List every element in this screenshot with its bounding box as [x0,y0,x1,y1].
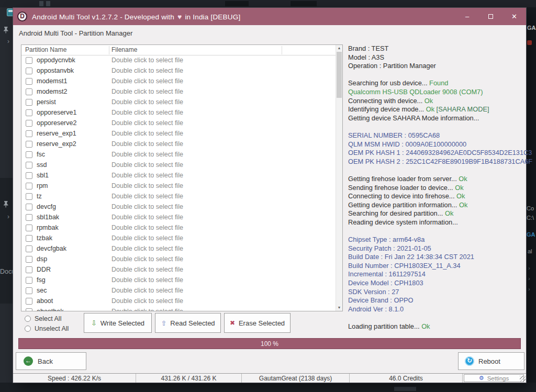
partition-checkbox[interactable] [26,277,32,284]
table-row[interactable]: abootbak Double click to select file [21,307,336,311]
table-row[interactable]: ssd Double click to select file [21,160,336,171]
table-row[interactable]: DDR Double click to select file [21,265,336,275]
background-right-panel: GA Co C:\ GA al › › › [526,7,536,383]
unselect-all-option[interactable]: Unselect All [25,323,69,333]
partition-checkbox[interactable] [26,266,32,273]
erase-selected-button[interactable]: ✖ Erase Selected [224,313,291,333]
unselect-all-radio[interactable] [25,326,31,332]
table-row[interactable]: sbl1bak Double click to select file [21,212,336,223]
filename-cell[interactable]: Double click to select file [111,203,183,210]
column-header-partition-name[interactable]: Partition Name [25,45,66,55]
filename-cell[interactable]: Double click to select file [111,172,183,179]
partition-checkbox[interactable] [26,256,32,263]
table-row[interactable]: persist Double click to select file [21,97,336,108]
partition-checkbox[interactable] [26,204,32,210]
filename-cell[interactable]: Double click to select file [111,297,183,305]
select-all-radio[interactable] [25,316,31,322]
table-scrollbar[interactable]: ▲ ▼ [336,45,342,311]
partition-checkbox[interactable] [26,68,32,74]
filename-cell[interactable]: Double click to select file [111,151,183,158]
partition-checkbox[interactable] [26,235,32,242]
table-row[interactable]: rpmbak Double click to select file [21,223,336,233]
table-row[interactable]: rpm Double click to select file [21,181,336,192]
partition-name-label: abootbak [37,308,63,311]
filename-cell[interactable]: Double click to select file [111,234,183,242]
table-row[interactable]: opporeserve2 Double click to select file [21,118,336,129]
filename-cell[interactable]: Double click to select file [111,88,183,95]
filename-cell[interactable]: Double click to select file [111,140,183,148]
scroll-up-icon[interactable]: ▲ [336,45,342,51]
table-row[interactable]: reserve_exp2 Double click to select file [21,139,336,150]
partition-checkbox[interactable] [26,245,32,252]
filename-cell[interactable]: Double click to select file [111,57,183,64]
filename-cell[interactable]: Double click to select file [111,98,183,106]
table-row[interactable]: fsc Double click to select file [21,150,336,160]
partition-checkbox[interactable] [26,99,32,106]
minimize-button[interactable]: – [455,8,479,25]
filename-cell[interactable]: Double click to select file [111,266,183,273]
table-row[interactable]: modemst2 Double click to select file [21,87,336,97]
table-row[interactable]: devcfgbak Double click to select file [21,244,336,254]
back-button[interactable]: ← Back [16,352,86,370]
scroll-down-icon[interactable]: ▼ [336,305,342,311]
table-row[interactable]: aboot Double click to select file [21,296,336,307]
partition-checkbox[interactable] [26,172,32,179]
filename-cell[interactable]: Double click to select file [111,287,183,294]
partition-checkbox[interactable] [26,151,32,158]
maximize-button[interactable] [479,8,502,25]
filename-cell[interactable]: Double click to select file [111,130,183,137]
read-selected-button[interactable]: ⇧ Read Selected [155,313,221,333]
partition-checkbox[interactable] [26,78,32,85]
partition-checkbox[interactable] [26,183,32,189]
close-button[interactable]: ✕ [502,8,526,25]
partition-checkbox[interactable] [26,88,32,95]
filename-cell[interactable]: Double click to select file [111,109,183,116]
table-row[interactable]: opporeserve1 Double click to select file [21,108,336,118]
partition-checkbox[interactable] [26,57,32,64]
table-row[interactable]: devcfg Double click to select file [21,202,336,212]
partition-checkbox[interactable] [26,130,32,137]
settings-button[interactable]: ⚙ Settings [464,374,524,382]
log-line: Identifying device mode... Ok [SAHARA MO… [348,105,525,114]
partition-checkbox[interactable] [26,193,32,200]
partition-checkbox[interactable] [26,298,32,305]
table-row[interactable]: sec Double click to select file [21,286,336,296]
table-row[interactable]: oppostanvbk Double click to select file [21,66,336,76]
table-row[interactable]: tzbak Double click to select file [21,233,336,244]
filename-cell[interactable]: Double click to select file [111,77,183,85]
filename-cell[interactable]: Double click to select file [111,276,183,284]
table-row[interactable]: sbl1 Double click to select file [21,171,336,181]
filename-cell[interactable]: Double click to select file [111,245,183,252]
select-all-option[interactable]: Select All [25,313,69,323]
filename-cell[interactable]: Double click to select file [111,67,183,74]
filename-cell[interactable]: Double click to select file [111,255,183,263]
filename-cell[interactable]: Double click to select file [111,161,183,169]
table-row[interactable]: reserve_exp1 Double click to select file [21,129,336,139]
filename-cell[interactable]: Double click to select file [111,224,183,231]
reboot-button[interactable]: ↻ Reboot [458,352,524,370]
filename-cell[interactable]: Double click to select file [111,214,183,221]
partition-checkbox[interactable] [26,308,32,311]
partition-checkbox[interactable] [26,109,32,116]
resize-grip-icon[interactable] [520,376,526,382]
write-selected-button[interactable]: ⇩ Write Selected [84,313,152,333]
scrollbar-thumb[interactable] [337,52,342,98]
filename-cell[interactable]: Double click to select file [111,182,183,189]
partition-checkbox[interactable] [26,214,32,221]
table-row[interactable]: modemst1 Double click to select file [21,76,336,87]
log-line: Build Date : Fri Jan 22 14:38:34 CST 202… [348,253,525,262]
filename-cell[interactable]: Double click to select file [111,119,183,127]
table-row[interactable]: oppodycnvbk Double click to select file [21,55,336,66]
table-row[interactable]: tz Double click to select file [21,192,336,202]
table-row[interactable]: dsp Double click to select file [21,254,336,265]
filename-cell[interactable]: Double click to select file [111,308,183,311]
partition-name-label: devcfgbak [37,245,66,252]
partition-checkbox[interactable] [26,141,32,148]
partition-checkbox[interactable] [26,287,32,294]
partition-checkbox[interactable] [26,120,32,127]
filename-cell[interactable]: Double click to select file [111,193,183,200]
column-header-filename[interactable]: Filename [111,45,137,55]
partition-checkbox[interactable] [26,162,32,169]
partition-checkbox[interactable] [26,225,32,231]
table-row[interactable]: fsg Double click to select file [21,275,336,286]
